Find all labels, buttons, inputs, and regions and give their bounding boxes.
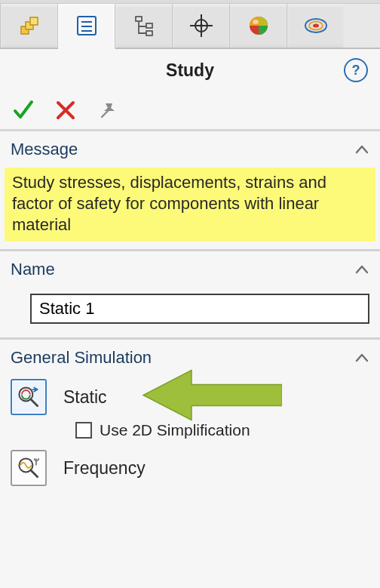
action-row [0,91,380,131]
svg-line-16 [102,111,108,117]
message-text: Study stresses, displacements, strains a… [5,168,375,242]
features-tab[interactable] [0,4,58,48]
chevron-up-icon [353,260,371,279]
section-name: Name [0,251,380,340]
section-name-title: Name [11,260,55,279]
sim-label-frequency: Frequency [63,458,146,479]
cancel-button[interactable] [53,97,78,123]
dimxpert-tab[interactable] [173,4,230,48]
sim-row-static[interactable]: Static [11,379,380,415]
ok-button[interactable] [11,97,36,123]
use-2d-simplification-label: Use 2D Simplification [100,421,250,439]
section-general-simulation-header[interactable]: General Simulation [0,340,380,376]
contour-icon [303,13,329,38]
study-property-panel: Study ? Message [0,0,380,588]
frequency-study-icon [11,450,47,486]
magnifier-frequency-icon [15,454,42,482]
feature-tree-icon [17,13,42,38]
section-message-header[interactable]: Message [0,131,380,168]
svg-rect-6 [146,31,152,35]
color-sphere-icon [246,13,271,38]
static-study-icon [11,379,47,415]
simulation-type-list: Static Use 2D Simplification [0,376,380,498]
svg-line-18 [31,399,38,406]
sim-label-static: Static [63,387,107,408]
magnifier-static-icon [15,383,42,411]
target-icon [188,13,214,38]
use-2d-simplification-checkbox[interactable] [75,422,92,439]
simulation-tab[interactable] [287,4,344,48]
static-sub-option[interactable]: Use 2D Simplification [75,415,380,445]
svg-point-12 [253,20,259,24]
pushpin-icon [97,99,119,122]
section-general-simulation: General Simulation [0,340,380,498]
appearance-tab[interactable] [230,4,287,48]
check-icon [12,99,35,122]
svg-rect-4 [136,17,142,21]
section-name-header[interactable]: Name [0,251,380,288]
sim-item-static: Static Use 2D Simplification [11,379,380,445]
section-message-title: Message [11,140,78,159]
property-manager-tab[interactable] [58,4,115,49]
config-tree-icon [131,13,157,38]
manager-tab-strip [0,4,380,49]
panel-title: Study [166,60,214,81]
pin-button[interactable] [95,97,121,123]
sim-row-frequency[interactable]: Frequency [11,450,380,486]
help-button[interactable]: ? [344,58,368,82]
svg-line-20 [31,470,38,477]
list-panel-icon [74,13,100,38]
x-icon [54,99,77,122]
section-general-simulation-title: General Simulation [11,348,152,368]
help-icon: ? [352,63,360,79]
section-message: Message Study stresses, displacements, s… [0,131,380,251]
svg-rect-5 [146,23,152,28]
chevron-up-icon [353,140,371,159]
svg-point-15 [313,24,319,28]
study-name-input[interactable] [30,294,369,324]
chevron-up-icon [353,349,371,367]
svg-point-10 [200,24,203,27]
configuration-tab[interactable] [115,4,173,48]
panel-title-row: Study ? [0,49,380,91]
sim-item-frequency: Frequency [11,450,380,486]
